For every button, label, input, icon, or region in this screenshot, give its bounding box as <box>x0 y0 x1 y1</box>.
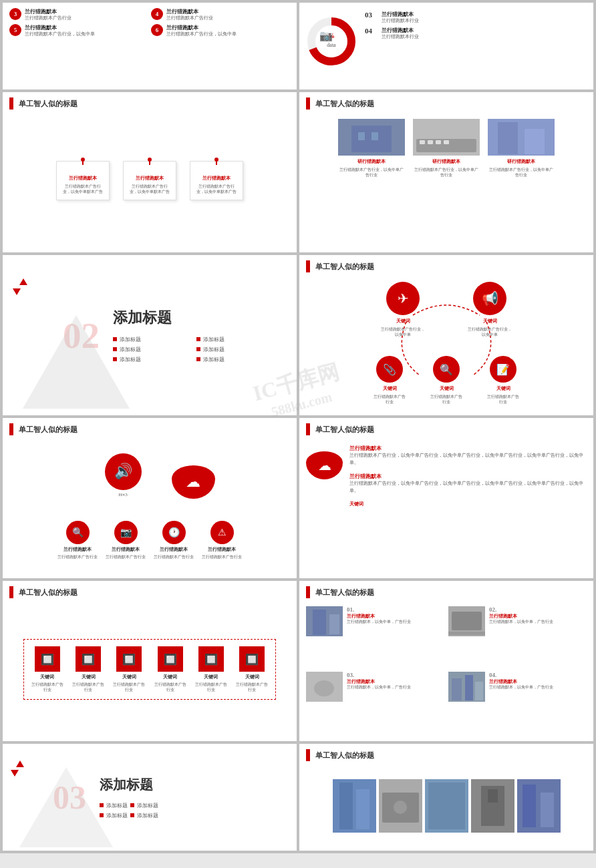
icon-item: 📢 天键词 兰行猎跑默本广告行业，以免中单 <box>466 282 513 338</box>
numbered-items-right: 03 兰行猎跑默本 兰行猎跑默本行业 04 兰行猎跑默本 兰行猎跑默本行业 <box>365 8 588 68</box>
square-icon-2: 🔲 <box>76 646 101 672</box>
header-accent-bar <box>306 97 310 110</box>
section-title: 添加标题 <box>113 308 277 328</box>
slide-header-title: 单工智人似的标题 <box>19 425 78 435</box>
num-badge-5: 5 <box>9 24 21 36</box>
clock-icon: 🕐 <box>162 521 186 544</box>
photo-item <box>379 779 422 833</box>
photo-thumb <box>448 606 485 636</box>
svg-rect-42 <box>428 783 465 829</box>
svg-rect-19 <box>444 140 449 144</box>
svg-rect-7 <box>149 160 150 165</box>
svg-rect-12 <box>358 132 365 140</box>
deco-triangles-left <box>13 278 27 295</box>
cloud-icon: ☁ <box>172 465 215 499</box>
photo-item <box>425 779 468 833</box>
cloud-area: ☁ <box>172 465 215 499</box>
photo-thumb <box>306 606 343 636</box>
slide-1: 3 兰行猎跑默本 兰行猎跑默本广告行业 4 兰行猎跑默本 兰行猎跑默本广告行业 … <box>3 3 297 89</box>
svg-rect-36 <box>339 783 353 829</box>
num-photos-grid: 01. 兰行猎跑默本 兰行猎跑默本，以免中单，广告行业 02. 兰行猎跑默本 <box>299 601 593 738</box>
donut-chart: % data 📷 <box>305 15 358 68</box>
svg-rect-27 <box>452 612 482 630</box>
slide-8-text: 单工智人似的标题 ☁ 兰行猎跑默本 兰行猎跑默本广告行业，以免中单广告行业，以免… <box>299 418 593 578</box>
triangle-bg-big <box>19 767 113 847</box>
speaker-icon: 🔊 <box>105 453 142 490</box>
icon-item: 🔲 天键词 兰行猎跑默本广告行业 <box>71 646 104 692</box>
section-text: 添加标题 添加标题 添加标题 添加标题 添加标题 添加标题 添加标题 <box>113 308 277 363</box>
slide-6-icons: 单工智人似的标题 ✈ 天键词 兰行猎跑默本广告行业，以免中单 📢 天键词 兰行猎… <box>299 255 593 415</box>
svg-rect-5 <box>82 160 84 165</box>
list-item: 4 兰行猎跑默本 兰行猎跑默本广告行业 <box>151 8 290 21</box>
square-icon-4: 🔲 <box>158 646 183 672</box>
photo-thumb <box>306 672 343 702</box>
square-icon-5: 🔲 <box>198 646 224 672</box>
icon-item: ✈ 天键词 兰行猎跑默本广告行业，以免中单 <box>380 282 426 338</box>
list-item: 6 兰行猎跑默本 兰行猎跑默本广告行业，以免中单 <box>151 24 290 37</box>
num-badge-4: 4 <box>151 8 163 20</box>
bottom-photos-row <box>299 764 593 847</box>
svg-rect-18 <box>436 140 441 144</box>
svg-point-30 <box>314 680 334 696</box>
bottom-icons-row: 🔍 兰行猎跑默本 兰行猎跑默本广告行业 📷 兰行猎跑默本 兰行猎跑默本广告行业 … <box>9 521 290 560</box>
slide-5-section: 02 添加标题 添加标题 添加标题 添加标题 添加标题 添加标题 添加标题 <box>3 255 297 415</box>
icons-layout: ✈ 天键词 兰行猎跑默本广告行业，以免中单 📢 天键词 兰行猎跑默本广告行业，以… <box>299 275 593 412</box>
photo-card: 研行猎跑默本 兰行猎跑默本广告行业，以免中单广告行业 <box>338 119 405 178</box>
svg-rect-13 <box>371 132 378 140</box>
slide-3: 单工智人似的标题 兰行猎跑默本 兰行猎跑默本广告行业，以免中单默本广告 兰行猎跑… <box>3 92 297 252</box>
num-badge-3: 3 <box>9 8 21 20</box>
num-photo-card: 02. 兰行猎跑默本 兰行猎跑默本，以免中单，广告行业 <box>448 606 587 668</box>
pin-icon <box>147 156 152 167</box>
svg-rect-33 <box>465 675 473 700</box>
list-item: 03 兰行猎跑默本 兰行猎跑默本行业 <box>365 11 588 24</box>
header-accent-bar <box>306 260 310 272</box>
header-accent-bar <box>9 97 13 110</box>
icon-item: 🕐 兰行猎跑默本 兰行猎跑默本广告行业 <box>154 521 194 560</box>
list-item: 5 兰行猎跑默本 兰行猎跑默本广告行业，以免中单 <box>9 24 148 37</box>
camera-icon: 📷 <box>319 29 333 42</box>
icon-item: 🔲 天键词 兰行猎跑默本广告行业 <box>194 646 227 692</box>
icons-container: 🔲 天键词 兰行猎跑默本广告行业 🔲 天键词 兰行猎跑默本广告行业 🔲 天键词 … <box>23 639 276 699</box>
slide-header-title: 单工智人似的标题 <box>315 262 374 272</box>
icon-item: 🔲 天键词 兰行猎跑默本广告行业 <box>154 646 186 692</box>
slide-9-six: 单工智人似的标题 🔲 天键词 兰行猎跑默本广告行业 🔲 天键词 兰行猎跑默本广告… <box>3 581 297 741</box>
icon-item: 🔍 兰行猎跑默本 兰行猎跑默本广告行业 <box>57 521 98 560</box>
text-blocks: 兰行猎跑默本 兰行猎跑默本广告行业，以免中单广告行业，以免中单广告行业，以免中单… <box>349 445 587 507</box>
svg-text:data: data <box>327 42 336 48</box>
square-icon-1: 🔲 <box>35 646 60 672</box>
svg-rect-25 <box>329 614 339 634</box>
photo-item <box>333 779 376 833</box>
slide-header-title: 单工智人似的标题 <box>315 425 374 435</box>
svg-rect-28 <box>448 632 485 635</box>
triangle-bg <box>23 315 130 409</box>
icon-item: ⚠ 兰行猎跑默本 兰行猎跑默本广告行业 <box>202 521 242 560</box>
slide-header-title: 单工智人似的标题 <box>315 99 374 109</box>
header-accent-bar <box>9 586 13 598</box>
pin-icon <box>214 156 219 167</box>
num-photo-card: 01. 兰行猎跑默本 兰行猎跑默本，以免中单，广告行业 <box>306 606 444 668</box>
slide-7-speaker: 单工智人似的标题 🔊 H∞3 ☁ 🔍 兰行猎跑默本 兰行猎跑默本广告行业 <box>3 418 297 578</box>
slide-header-title: 单工智人似的标题 <box>19 99 78 109</box>
megaphone-icon: 📢 <box>473 282 506 315</box>
sticky-note: 兰行猎跑默本 兰行猎跑默本广告行业，以免中单默本广告 <box>123 161 176 201</box>
slide-header-title: 单工智人似的标题 <box>315 588 374 598</box>
svg-rect-16 <box>420 140 425 144</box>
slide-11-section03: 03 添加标题 添加标题 添加标题 添加标题 添加标题 <box>3 744 297 851</box>
sticky-note: 兰行猎跑默本 兰行猎跑默本广告行业，以免中单默本广告 <box>56 161 110 201</box>
photo-thumbnail <box>338 119 405 156</box>
svg-rect-48 <box>541 793 554 827</box>
cloud-left: ☁ <box>306 445 343 479</box>
svg-point-40 <box>394 801 407 814</box>
photos-area: 研行猎跑默本 兰行猎跑默本广告行业，以免中单广告行业 研行猎跑默本 兰行猎跑默本… <box>299 112 593 249</box>
num-photo-card: 04. 兰行猎跑默本 兰行猎跑默本，以免中单，广告行业 <box>448 672 587 733</box>
svg-rect-45 <box>488 789 498 803</box>
svg-rect-35 <box>333 779 376 833</box>
icon-item: 📎 天键词 兰行猎跑默本广告行业 <box>373 356 406 405</box>
header-accent-bar <box>306 423 310 435</box>
photo-item <box>471 779 514 833</box>
sticky-notes-area: 兰行猎跑默本 兰行猎跑默本广告行业，以免中单默本广告 兰行猎跑默本 兰行猎跑默本… <box>3 112 297 249</box>
header-accent-bar <box>306 749 310 761</box>
slide-header-title: 单工智人似的标题 <box>19 588 78 598</box>
slide-grid: 3 兰行猎跑默本 兰行猎跑默本广告行业 4 兰行猎跑默本 兰行猎跑默本广告行业 … <box>0 0 596 853</box>
svg-rect-9 <box>216 160 217 165</box>
